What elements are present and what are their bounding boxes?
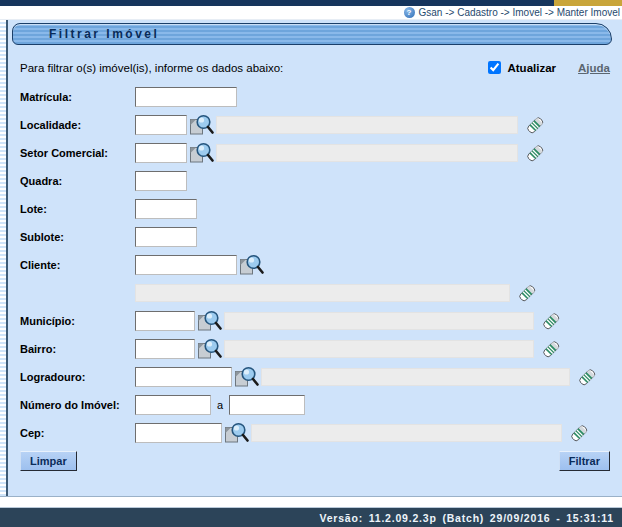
bairro-descricao-field: [224, 340, 534, 358]
municipio-eraser-icon[interactable]: [542, 312, 560, 331]
numero-imovel-from-input[interactable]: [135, 395, 211, 415]
logradouro-input[interactable]: [135, 367, 232, 387]
cliente-eraser-icon[interactable]: [518, 284, 536, 303]
matricula-input[interactable]: [135, 87, 237, 107]
cep-eraser-icon[interactable]: [570, 424, 588, 443]
filtrar-button[interactable]: Filtrar: [559, 451, 610, 471]
localidade-lookup-magnifier-icon[interactable]: [189, 114, 214, 137]
field-row-logradouro: Logradouro:: [20, 367, 622, 387]
field-row-setor-comercial: Setor Comercial:: [20, 143, 622, 163]
numero-imovel-separator: a: [217, 399, 223, 411]
page-title: Filtrar Imóvel: [49, 27, 159, 41]
lote-input[interactable]: [135, 199, 197, 219]
cliente-lookup-magnifier-icon[interactable]: [239, 254, 264, 277]
cep-input[interactable]: [135, 423, 222, 443]
logradouro-descricao-field: [261, 368, 570, 386]
help-circle-icon[interactable]: ?: [404, 7, 415, 18]
atualizar-label: Atualizar: [507, 62, 556, 74]
cep-lookup-magnifier-icon[interactable]: [224, 422, 249, 445]
field-row-cliente-descricao: [20, 283, 622, 303]
numero-imovel-to-input[interactable]: [229, 395, 305, 415]
breadcrumb[interactable]: Gsan -> Cadastro -> Imovel -> Manter Imo…: [419, 7, 620, 18]
content-frame: Filtrar Imóvel Para filtrar o(s) imóvel(…: [0, 20, 622, 497]
header-controls: Atualizar Ajuda: [488, 61, 612, 74]
form-instruction: Para filtrar o(s) imóvel(is), informe os…: [20, 62, 488, 74]
field-row-sublote: Sublote:: [20, 227, 622, 247]
setor-comercial-eraser-icon[interactable]: [526, 144, 544, 163]
gsan-window: ? Gsan -> Cadastro -> Imovel -> Manter I…: [0, 0, 622, 527]
cep-label: Cep:: [20, 427, 135, 439]
localidade-eraser-icon[interactable]: [526, 116, 544, 135]
logradouro-eraser-icon[interactable]: [578, 368, 596, 387]
atualizar-checkbox[interactable]: [488, 61, 501, 74]
field-row-municipio: Município:: [20, 311, 622, 331]
bairro-eraser-icon[interactable]: [542, 340, 560, 359]
page-title-bar: Filtrar Imóvel: [12, 23, 612, 45]
sublote-input[interactable]: [135, 227, 197, 247]
setor-comercial-descricao-field: [216, 144, 518, 162]
field-row-lote: Lote:: [20, 199, 622, 219]
numero-imovel-label: Número do Imóvel:: [20, 399, 135, 411]
instruction-row: Para filtrar o(s) imóvel(is), informe os…: [20, 61, 612, 74]
field-row-numero-imovel: Número do Imóvel: a: [20, 395, 622, 415]
field-row-cep: Cep:: [20, 423, 622, 443]
bairro-lookup-magnifier-icon[interactable]: [197, 338, 222, 361]
municipio-input[interactable]: [135, 311, 195, 331]
cliente-input[interactable]: [135, 255, 237, 275]
localidade-input[interactable]: [135, 115, 187, 135]
top-navy-bar: [0, 0, 622, 6]
quadra-input[interactable]: [135, 171, 187, 191]
localidade-descricao-field: [216, 116, 518, 134]
bairro-input[interactable]: [135, 339, 195, 359]
setor-comercial-lookup-magnifier-icon[interactable]: [189, 142, 214, 165]
setor-comercial-label: Setor Comercial:: [20, 147, 135, 159]
content-area: Filtrar Imóvel Para filtrar o(s) imóvel(…: [8, 20, 622, 496]
cliente-label: Cliente:: [20, 259, 135, 271]
ajuda-link[interactable]: Ajuda: [578, 62, 610, 74]
field-row-quadra: Quadra:: [20, 171, 622, 191]
cliente-descricao-field: [135, 284, 510, 302]
field-row-bairro: Bairro:: [20, 339, 622, 359]
breadcrumb-bar: ? Gsan -> Cadastro -> Imovel -> Manter I…: [0, 6, 622, 20]
field-row-localidade: Localidade:: [20, 115, 622, 135]
pre-footer-strip: [0, 497, 622, 507]
top-accent-segment: [554, 0, 622, 6]
button-row: Limpar Filtrar: [20, 451, 622, 471]
field-row-cliente: Cliente:: [20, 255, 622, 275]
filter-form: Matrícula: Localidade: Setor Comercial:: [8, 87, 622, 471]
quadra-label: Quadra:: [20, 175, 135, 187]
municipio-lookup-magnifier-icon[interactable]: [197, 310, 222, 333]
limpar-button[interactable]: Limpar: [20, 451, 77, 471]
setor-comercial-input[interactable]: [135, 143, 187, 163]
logradouro-label: Logradouro:: [20, 371, 135, 383]
cep-descricao-field: [251, 424, 562, 442]
version-bar: Versão: 11.2.09.2.3p (Batch) 29/09/2016 …: [0, 507, 622, 527]
bairro-label: Bairro:: [20, 343, 135, 355]
matricula-label: Matrícula:: [20, 91, 135, 103]
field-row-matricula: Matrícula:: [20, 87, 622, 107]
municipio-label: Município:: [20, 315, 135, 327]
left-stripe-gutter: [0, 20, 8, 496]
logradouro-lookup-magnifier-icon[interactable]: [234, 366, 259, 389]
localidade-label: Localidade:: [20, 119, 135, 131]
lote-label: Lote:: [20, 203, 135, 215]
version-text: Versão: 11.2.09.2.3p (Batch) 29/09/2016 …: [319, 512, 614, 524]
sublote-label: Sublote:: [20, 231, 135, 243]
municipio-descricao-field: [224, 312, 534, 330]
